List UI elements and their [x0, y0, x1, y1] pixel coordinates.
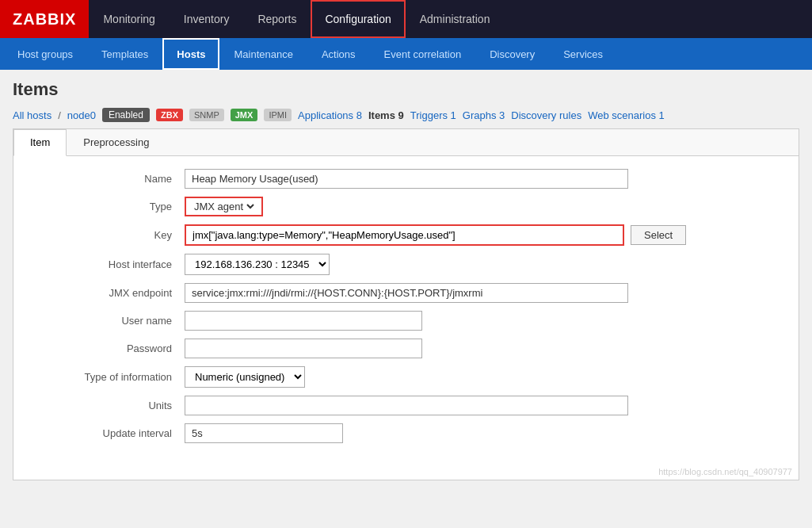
nav-monitoring[interactable]: Monitoring — [89, 0, 169, 38]
page-title: Items — [13, 79, 799, 100]
filter-row: All hosts / node0 Enabled ZBX SNMP JMX I… — [13, 108, 799, 122]
subnav-host-groups[interactable]: Host groups — [3, 38, 87, 70]
type-label: Type — [26, 201, 185, 212]
type-field: JMX agent — [185, 197, 786, 216]
top-nav-items: Monitoring Inventory Reports Configurati… — [89, 0, 504, 38]
update-interval-field — [185, 423, 786, 443]
main-form-area: Item Preprocessing Name Type JMX agent — [13, 128, 799, 480]
password-row: Password — [13, 339, 799, 358]
jmx-endpoint-field — [185, 283, 786, 303]
breadcrumb-separator: / — [58, 109, 61, 121]
filter-tab-graphs[interactable]: Graphs 3 — [463, 109, 505, 121]
update-interval-row: Update interval — [13, 423, 799, 443]
logo: ZABBIX — [0, 0, 89, 38]
enabled-badge: Enabled — [102, 108, 150, 122]
update-interval-input[interactable] — [185, 423, 343, 443]
type-of-info-row: Type of information Numeric (unsigned) — [13, 366, 799, 388]
name-field — [185, 169, 786, 189]
snmp-badge: SNMP — [189, 109, 224, 121]
name-label: Name — [26, 173, 185, 185]
password-field — [185, 339, 786, 358]
form-body: Name Type JMX agent Key — [13, 156, 799, 464]
subnav-maintenance[interactable]: Maintenance — [219, 38, 307, 70]
subnav-event-correlation[interactable]: Event correlation — [370, 38, 476, 70]
breadcrumb-all-hosts[interactable]: All hosts — [13, 109, 51, 121]
key-input-wrapper — [185, 224, 624, 246]
sub-navigation: Host groups Templates Hosts Maintenance … — [0, 38, 812, 70]
key-label: Key — [26, 229, 185, 241]
jmx-badge: JMX — [231, 109, 258, 121]
type-row: Type JMX agent — [13, 197, 799, 216]
subnav-hosts[interactable]: Hosts — [162, 38, 219, 70]
units-field — [185, 396, 786, 415]
units-label: Units — [26, 400, 185, 411]
type-of-info-select[interactable]: Numeric (unsigned) — [185, 366, 305, 388]
filter-tab-discovery-rules[interactable]: Discovery rules — [511, 109, 581, 121]
select-button[interactable]: Select — [631, 225, 686, 245]
filter-tab-triggers[interactable]: Triggers 1 — [410, 109, 456, 121]
jmx-endpoint-row: JMX endpoint — [13, 283, 799, 303]
username-label: User name — [26, 315, 185, 327]
page-content: Items All hosts / node0 Enabled ZBX SNMP… — [0, 70, 812, 484]
type-select-wrapper[interactable]: JMX agent — [185, 197, 263, 216]
username-row: User name — [13, 311, 799, 331]
units-input[interactable] — [185, 396, 628, 415]
top-navigation: ZABBIX Monitoring Inventory Reports Conf… — [0, 0, 812, 38]
key-row: Key Select — [13, 224, 799, 246]
nav-reports[interactable]: Reports — [243, 0, 311, 38]
type-select[interactable]: JMX agent — [191, 200, 257, 213]
filter-tab-items[interactable]: Items 9 — [368, 109, 404, 121]
nav-configuration[interactable]: Configuration — [311, 0, 405, 38]
type-of-info-label: Type of information — [26, 371, 185, 383]
host-interface-label: Host interface — [26, 258, 185, 270]
subnav-actions[interactable]: Actions — [307, 38, 370, 70]
key-input[interactable] — [186, 226, 623, 244]
subnav-services[interactable]: Services — [549, 38, 617, 70]
password-label: Password — [26, 342, 185, 354]
jmx-endpoint-label: JMX endpoint — [26, 287, 185, 299]
host-interface-row: Host interface 192.168.136.230 : 12345 — [13, 254, 799, 275]
name-input[interactable] — [185, 169, 628, 189]
tab-item[interactable]: Item — [13, 129, 67, 156]
type-of-info-field: Numeric (unsigned) — [185, 366, 786, 388]
tab-preprocessing[interactable]: Preprocessing — [67, 129, 166, 155]
nav-administration[interactable]: Administration — [406, 0, 505, 38]
host-interface-field: 192.168.136.230 : 12345 — [185, 254, 786, 275]
nav-inventory[interactable]: Inventory — [170, 0, 244, 38]
password-input[interactable] — [185, 339, 422, 358]
host-interface-select[interactable]: 192.168.136.230 : 12345 — [185, 254, 330, 275]
zbx-badge: ZBX — [156, 109, 183, 121]
watermark: https://blog.csdn.net/qq_40907977 — [13, 464, 799, 480]
jmx-endpoint-input[interactable] — [185, 283, 628, 303]
update-interval-label: Update interval — [26, 427, 185, 439]
filter-tab-applications[interactable]: Applications 8 — [298, 109, 362, 121]
breadcrumb-node[interactable]: node0 — [67, 109, 96, 121]
username-input[interactable] — [185, 311, 422, 331]
form-tabs: Item Preprocessing — [13, 129, 799, 156]
subnav-discovery[interactable]: Discovery — [475, 38, 549, 70]
filter-tab-web-scenarios[interactable]: Web scenarios 1 — [588, 109, 665, 121]
subnav-templates[interactable]: Templates — [87, 38, 162, 70]
units-row: Units — [13, 396, 799, 415]
username-field — [185, 311, 786, 331]
name-row: Name — [13, 169, 799, 189]
ipmi-badge: IPMI — [264, 109, 292, 121]
key-field: Select — [185, 224, 786, 246]
